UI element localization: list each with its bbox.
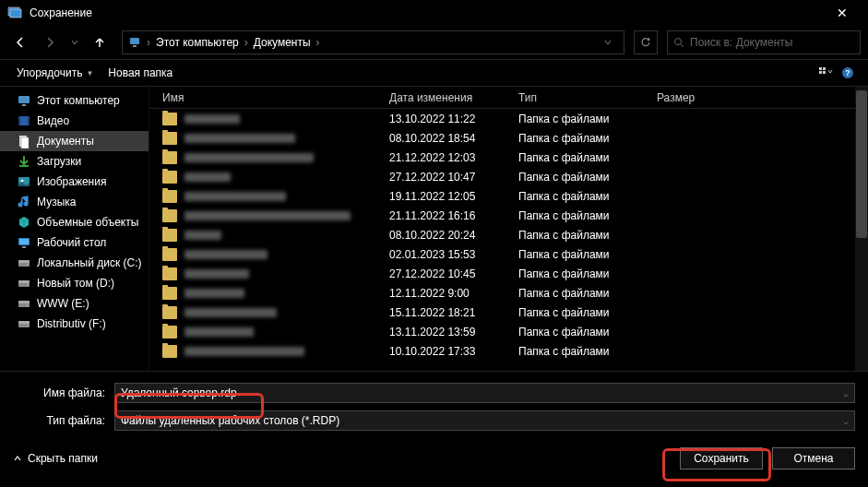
breadcrumb-sep[interactable]: ›: [315, 36, 322, 49]
file-type: Папка с файлами: [518, 345, 657, 358]
images-icon: [17, 174, 31, 189]
file-row[interactable]: 13.11.2022 13:59Папка с файлами: [149, 322, 868, 341]
folder-icon: [162, 306, 177, 319]
file-row[interactable]: 13.10.2022 11:22Папка с файлами: [149, 109, 868, 128]
file-name-redacted: [184, 192, 286, 201]
downloads-icon: [17, 154, 31, 169]
form-area: Имя файла: ⌵ Тип файла: Файлы удаленных …: [0, 371, 868, 431]
file-date: 15.11.2022 18:21: [389, 306, 518, 319]
file-row[interactable]: 02.01.2023 15:53Папка с файлами: [149, 244, 868, 264]
sidebar-item[interactable]: Видео: [0, 111, 149, 131]
address-dropdown[interactable]: [598, 38, 618, 47]
file-type: Папка с файлами: [518, 287, 657, 300]
col-size[interactable]: Размер: [657, 91, 731, 104]
sidebar-item[interactable]: Изображения: [0, 172, 149, 192]
pc-icon: [17, 93, 31, 108]
col-type[interactable]: Тип: [518, 91, 657, 104]
disk-icon: [17, 276, 31, 291]
file-name-redacted: [184, 211, 351, 220]
breadcrumb-pc[interactable]: Этот компьютер: [152, 36, 243, 49]
file-type: Папка с файлами: [518, 267, 657, 280]
file-type: Папка с файлами: [518, 229, 657, 242]
filename-label: Имя файла:: [13, 386, 105, 399]
nav-bar: › Этот компьютер › Документы ›: [0, 26, 868, 59]
col-name[interactable]: Имя: [162, 91, 389, 104]
folder-icon: [162, 151, 177, 164]
file-name-redacted: [184, 269, 249, 279]
file-list: Имя Дата изменения Тип Размер 13.10.2022…: [149, 87, 868, 371]
disk-icon: [17, 296, 31, 311]
svg-point-33: [27, 304, 29, 306]
chevron-up-icon: [13, 454, 22, 463]
search-input[interactable]: [690, 36, 854, 49]
col-date[interactable]: Дата изменения: [389, 91, 518, 104]
file-row[interactable]: 27.12.2022 10:47Папка с файлами: [149, 167, 868, 186]
sidebar-item[interactable]: Локальный диск (C:): [0, 253, 149, 273]
scrollbar[interactable]: [855, 87, 868, 371]
sidebar-item[interactable]: Новый том (D:): [0, 273, 149, 293]
sidebar-item[interactable]: Документы: [0, 131, 149, 151]
file-name-redacted: [184, 114, 240, 124]
sidebar-item[interactable]: Объемные объекты: [0, 212, 149, 232]
svg-rect-12: [18, 96, 30, 103]
search-box[interactable]: [667, 30, 861, 54]
refresh-button[interactable]: [634, 30, 658, 54]
sidebar-item[interactable]: Музыка: [0, 192, 149, 212]
file-row[interactable]: 27.12.2022 10:45Папка с файлами: [149, 264, 868, 283]
save-button[interactable]: Сохранить: [680, 447, 763, 469]
breadcrumb-sep[interactable]: ›: [145, 36, 152, 49]
search-icon: [673, 37, 684, 48]
back-button[interactable]: [7, 31, 33, 53]
cancel-button[interactable]: Отмена: [772, 447, 855, 469]
sidebar-item[interactable]: Этот компьютер: [0, 90, 149, 111]
sidebar-item-label: Объемные объекты: [37, 216, 138, 229]
hide-folders-button[interactable]: Скрыть папки: [13, 452, 98, 465]
file-row[interactable]: 10.10.2022 17:33Папка с файлами: [149, 341, 868, 361]
folder-icon: [162, 190, 177, 203]
action-bar: Скрыть папки Сохранить Отмена: [0, 438, 868, 479]
file-row[interactable]: 19.11.2022 12:05Папка с файлами: [149, 186, 868, 206]
recent-dropdown[interactable]: [66, 31, 83, 53]
file-type: Папка с файлами: [518, 190, 657, 203]
sidebar-item-label: WWW (E:): [37, 297, 89, 310]
3d-icon: [17, 215, 31, 230]
file-row[interactable]: 08.10.2022 18:54Папка с файлами: [149, 128, 868, 148]
breadcrumb-sep[interactable]: ›: [243, 36, 250, 49]
folder-icon: [162, 113, 177, 125]
file-name-redacted: [184, 250, 268, 259]
pc-icon: [128, 36, 141, 49]
breadcrumb-docs[interactable]: Документы: [250, 36, 315, 49]
organize-button[interactable]: Упорядочить▼: [9, 63, 101, 83]
file-date: 21.12.2022 12:03: [389, 151, 518, 164]
filename-input[interactable]: [121, 386, 843, 399]
sidebar-item[interactable]: Загрузки: [0, 151, 149, 172]
scroll-thumb[interactable]: [856, 90, 867, 238]
view-options-button[interactable]: [814, 62, 837, 84]
address-bar[interactable]: › Этот компьютер › Документы ›: [122, 30, 624, 54]
sidebar-item-label: Рабочий стол: [37, 236, 106, 249]
forward-button[interactable]: [37, 31, 63, 53]
chevron-down-icon[interactable]: ⌵: [843, 416, 849, 426]
file-row[interactable]: 15.11.2022 18:21Папка с файлами: [149, 303, 868, 322]
file-row[interactable]: 08.10.2022 20:24Папка с файлами: [149, 225, 868, 244]
svg-rect-8: [819, 71, 822, 74]
filetype-label: Тип файла:: [13, 414, 105, 427]
sidebar-item[interactable]: Distributiv (F:): [0, 314, 149, 334]
help-button[interactable]: ?: [837, 62, 859, 84]
svg-rect-35: [18, 321, 30, 324]
file-name-redacted: [184, 231, 221, 240]
sidebar-item[interactable]: WWW (E:): [0, 293, 149, 314]
file-row[interactable]: 21.12.2022 12:03Папка с файлами: [149, 148, 868, 167]
file-row[interactable]: 12.11.2022 9:00Папка с файлами: [149, 283, 868, 303]
filetype-field[interactable]: Файлы удаленных рабочих столов (*.RDP) ⌵: [114, 410, 855, 431]
up-button[interactable]: [87, 31, 113, 53]
new-folder-button[interactable]: Новая папка: [101, 63, 180, 83]
close-button[interactable]: ✕: [824, 0, 861, 26]
sidebar-item[interactable]: Рабочий стол: [0, 232, 149, 253]
file-row[interactable]: 21.11.2022 16:16Папка с файлами: [149, 206, 868, 225]
filename-field[interactable]: ⌵: [114, 383, 855, 403]
sidebar-item-label: Этот компьютер: [37, 94, 120, 107]
svg-point-4: [675, 39, 682, 45]
video-icon: [17, 113, 31, 128]
chevron-down-icon[interactable]: ⌵: [843, 388, 849, 398]
